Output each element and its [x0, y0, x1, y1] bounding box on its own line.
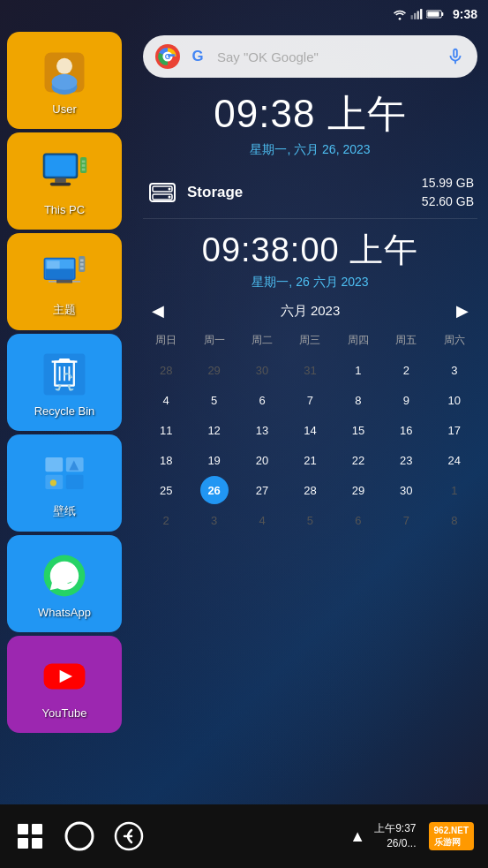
cal-day[interactable]: 24 — [440, 446, 469, 474]
cal-day[interactable]: 6 — [248, 386, 276, 414]
app-icon-user[interactable]: User — [7, 32, 122, 129]
notification-arrow[interactable]: ▲ — [349, 827, 365, 846]
svg-point-54 — [169, 188, 171, 191]
watermark-badge: 962.NET乐游网 — [429, 822, 474, 850]
storage-icon — [146, 177, 178, 208]
cal-day[interactable]: 22 — [344, 446, 372, 474]
notification-time: 上午9:37 — [374, 821, 416, 836]
cal-day[interactable]: 5 — [200, 386, 229, 414]
calendar-header: ◀ 六月 2023 ▶ — [143, 301, 477, 321]
cal-header-fri: 周五 — [392, 326, 420, 354]
home-button[interactable] — [64, 820, 95, 852]
svg-rect-20 — [82, 168, 86, 170]
cal-header-mon: 周一 — [200, 326, 229, 354]
app-icon-theme[interactable]: 主题 — [7, 233, 122, 330]
cal-day[interactable]: 15 — [344, 416, 372, 444]
cal-day[interactable]: 13 — [248, 416, 276, 444]
wallpaper-label: 壁纸 — [53, 503, 76, 519]
app-icon-thispc[interactable]: This PC — [7, 132, 122, 230]
cal-day[interactable]: 6 — [344, 506, 372, 534]
cal-day[interactable]: 28 — [296, 476, 324, 504]
cal-today[interactable]: 26 — [200, 476, 229, 504]
cal-day[interactable]: 31 — [296, 356, 324, 384]
cal-header-sat: 周六 — [440, 326, 469, 354]
battery-icon — [426, 8, 444, 20]
cal-day[interactable]: 14 — [296, 416, 324, 444]
cal-day[interactable]: 2 — [152, 506, 180, 534]
cal-day[interactable]: 23 — [392, 446, 420, 474]
cal-day[interactable]: 30 — [248, 356, 276, 384]
cal-header-sun: 周日 — [152, 326, 180, 354]
cal-day[interactable]: 1 — [344, 356, 372, 384]
clock1-time: 09:38 上午 — [143, 88, 477, 140]
cal-day[interactable]: 12 — [200, 416, 229, 444]
cal-day[interactable]: 4 — [248, 506, 276, 534]
clock-widget-2: 09:38:00 上午 星期一, 26 六月 2023 — [143, 224, 477, 292]
cal-day[interactable]: 25 — [152, 476, 180, 504]
search-placeholder[interactable]: Say "OK Google" — [217, 49, 446, 64]
cal-day[interactable]: 1 — [440, 476, 469, 504]
cal-day[interactable]: 17 — [440, 416, 469, 444]
cal-day[interactable]: 20 — [248, 446, 276, 474]
google-search-bar[interactable]: G G Say "OK Google" — [143, 35, 477, 78]
svg-rect-27 — [80, 263, 84, 266]
notification-info: 上午9:37 26/0... — [374, 821, 416, 851]
cal-day[interactable]: 18 — [152, 446, 180, 474]
svg-text:G: G — [191, 48, 203, 64]
cal-day[interactable]: 30 — [392, 476, 420, 504]
cal-prev-button[interactable]: ◀ — [146, 301, 169, 321]
cal-day[interactable]: 9 — [392, 386, 420, 414]
cal-day[interactable]: 27 — [248, 476, 276, 504]
cal-day[interactable]: 4 — [152, 386, 180, 414]
calendar-grid: 周日 周一 周二 周三 周四 周五 周六 28 29 30 31 1 2 3 4… — [143, 326, 477, 534]
signal-icon — [410, 8, 423, 20]
cal-day[interactable]: 8 — [344, 386, 372, 414]
app-icon-whatsapp[interactable]: WhatsApp — [7, 535, 122, 632]
mic-icon[interactable] — [446, 47, 465, 66]
svg-point-55 — [169, 196, 171, 199]
cal-day[interactable]: 7 — [392, 506, 420, 534]
theme-label: 主题 — [53, 302, 76, 318]
svg-rect-18 — [82, 160, 86, 162]
cal-day[interactable]: 7 — [296, 386, 324, 414]
svg-point-60 — [66, 823, 93, 849]
svg-rect-24 — [47, 260, 59, 268]
cal-day[interactable]: 21 — [296, 446, 324, 474]
svg-rect-39 — [66, 475, 84, 489]
wallpaper-icon-img — [38, 447, 91, 500]
storage-used: 15.99 GB — [422, 174, 474, 192]
user-label: User — [52, 102, 76, 116]
storage-total: 52.60 GB — [422, 192, 474, 211]
youtube-icon-img — [38, 650, 91, 703]
cal-day[interactable]: 5 — [296, 506, 324, 534]
app-icon-recycle[interactable]: Recycle Bin — [7, 334, 122, 431]
bottom-right-info: ▲ 上午9:37 26/0... 962.NET乐游网 — [349, 821, 474, 851]
cal-day[interactable]: 28 — [152, 356, 180, 384]
cal-day[interactable]: 8 — [440, 506, 469, 534]
cal-day[interactable]: 3 — [200, 506, 229, 534]
cal-day[interactable]: 3 — [440, 356, 469, 384]
back-button[interactable] — [113, 820, 145, 852]
clock-widget-1: 09:38 上午 星期一, 六月 26, 2023 — [143, 85, 477, 162]
svg-rect-3 — [417, 11, 419, 19]
svg-rect-28 — [80, 268, 84, 270]
cal-day[interactable]: 29 — [344, 476, 372, 504]
recycle-label: Recycle Bin — [34, 404, 95, 418]
thispc-label: This PC — [44, 203, 85, 216]
calendar-widget: ◀ 六月 2023 ▶ 周日 周一 周二 周三 周四 周五 周六 28 29 3… — [143, 298, 477, 538]
app-icon-youtube[interactable]: YouTube — [7, 636, 122, 733]
cal-header-thu: 周四 — [344, 326, 372, 354]
cal-day[interactable]: 10 — [440, 386, 469, 414]
cal-day[interactable]: 29 — [200, 356, 229, 384]
grid-icon-button[interactable] — [14, 820, 46, 852]
cal-day[interactable]: 2 — [392, 356, 420, 384]
svg-rect-15 — [55, 177, 66, 182]
cal-day[interactable]: 16 — [392, 416, 420, 444]
svg-rect-6 — [441, 12, 443, 16]
app-icon-wallpaper[interactable]: 壁纸 — [7, 434, 122, 532]
cal-day[interactable]: 11 — [152, 416, 180, 444]
cal-next-button[interactable]: ▶ — [451, 301, 474, 321]
svg-rect-2 — [414, 13, 416, 19]
whatsapp-label: WhatsApp — [38, 606, 91, 619]
cal-day[interactable]: 19 — [200, 446, 229, 474]
